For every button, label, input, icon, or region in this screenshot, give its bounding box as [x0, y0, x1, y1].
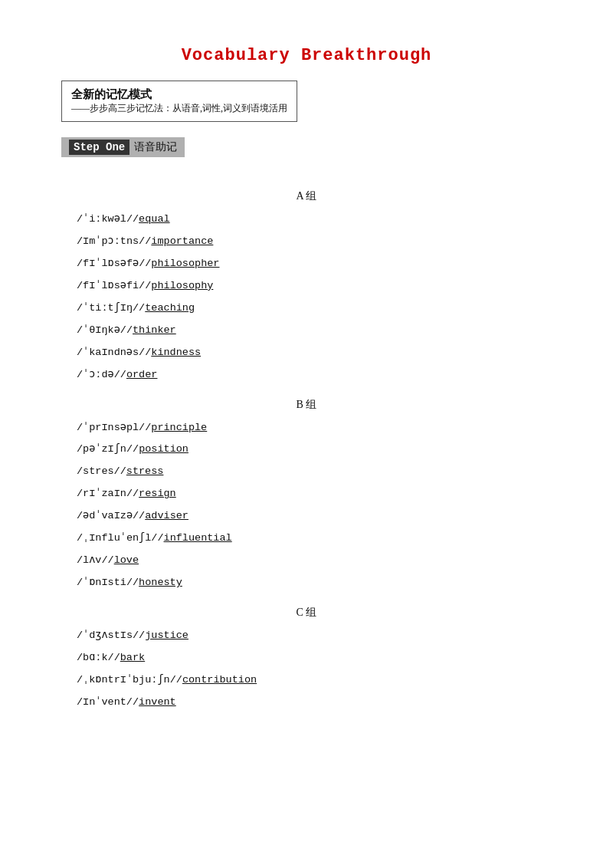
- phonetic: /ˈɒnɪsti//: [77, 577, 139, 588]
- word-entry: /pəˈzɪʃn//position: [77, 441, 552, 459]
- phonetic: /ˈɔːdə//: [77, 369, 126, 380]
- memory-box-title: 全新的记忆模式: [71, 87, 287, 102]
- word-entry: /ˈprɪnsəpl//principle: [77, 419, 552, 437]
- word: invent: [139, 696, 176, 708]
- phonetic: /ˈθɪŋkə//: [77, 324, 133, 336]
- phonetic: /ˈprɪnsəpl//: [77, 422, 151, 433]
- word: honesty: [139, 577, 182, 588]
- word: justice: [145, 630, 188, 641]
- phonetic: /ɪmˈpɔːtns//: [77, 235, 151, 247]
- word: resign: [139, 488, 176, 499]
- word: thinker: [133, 324, 176, 336]
- page-title: Vocabulary Breakthrough: [61, 46, 552, 65]
- word: love: [114, 554, 139, 566]
- word-entry: /rɪˈzaɪn//resign: [77, 485, 552, 503]
- word-entry: /ˈɔːdə//order: [77, 367, 552, 384]
- phonetic: /pəˈzɪʃn//: [77, 443, 139, 455]
- word-entry: /ˈɒnɪsti//honesty: [77, 574, 552, 592]
- word-entry: /ˈθɪŋkə//thinker: [77, 322, 552, 340]
- phonetic: /stres//: [77, 465, 126, 477]
- word-entry: /ˈiːkwəl//equal: [77, 211, 552, 229]
- phonetic: /ˈtiːtʃɪŋ//: [77, 302, 145, 314]
- word-entry: /ˈdʒʌstɪs//justice: [77, 627, 552, 645]
- word: equal: [139, 213, 170, 225]
- word-entry: /ədˈvaɪzə//adviser: [77, 508, 552, 525]
- word-entry: /ˈtiːtʃɪŋ//teaching: [77, 300, 552, 317]
- word: importance: [151, 235, 213, 247]
- word: bark: [120, 652, 145, 663]
- group-name-label: B 组: [297, 399, 317, 410]
- word-entry: /fɪˈlɒsəfə//philosopher: [77, 255, 552, 273]
- group-title: B 组: [61, 398, 552, 412]
- group-title: A 组: [61, 189, 552, 203]
- memory-box: 全新的记忆模式 ——步步高三步记忆法：从语音,词性,词义到语境活用: [61, 81, 297, 122]
- step-text: 语音助记: [134, 141, 177, 153]
- word-entry: /bɑːk//bark: [77, 649, 552, 667]
- word-entry: /ˌkɒntrɪˈbjuːʃn//contribution: [77, 672, 552, 689]
- word: philosopher: [151, 258, 219, 269]
- word-entry: /ɪnˈvent//invent: [77, 694, 552, 712]
- phonetic: /ədˈvaɪzə//: [77, 510, 145, 521]
- memory-box-subtitle: ——步步高三步记忆法：从语音,词性,词义到语境活用: [71, 102, 287, 115]
- phonetic: /fɪˈlɒsəfə//: [77, 258, 151, 269]
- word: teaching: [145, 302, 195, 314]
- word: kindness: [151, 347, 201, 358]
- word-entry: /ˌɪnfluˈenʃl//influential: [77, 530, 552, 547]
- word: philosophy: [151, 280, 213, 291]
- group-name-label: C 组: [297, 607, 317, 618]
- word-entry: /ˈkaɪndnəs//kindness: [77, 344, 552, 362]
- word: contribution: [182, 674, 257, 686]
- word-entry: /lʌv//love: [77, 552, 552, 570]
- phonetic: /fɪˈlɒsəfi//: [77, 280, 151, 291]
- step-banner: Step One语音助记: [61, 137, 185, 157]
- phonetic: /ˈdʒʌstɪs//: [77, 630, 145, 641]
- phonetic: /ˌɪnfluˈenʃl//: [77, 532, 164, 544]
- word: influential: [164, 532, 232, 544]
- phonetic: /ˈiːkwəl//: [77, 213, 139, 225]
- phonetic: /lʌv//: [77, 554, 114, 566]
- word: adviser: [145, 510, 188, 521]
- word: position: [139, 443, 188, 455]
- word-entry: /ɪmˈpɔːtns//importance: [77, 233, 552, 251]
- group-name-label: A 组: [297, 190, 317, 202]
- phonetic: /ˈkaɪndnəs//: [77, 347, 151, 358]
- step-label: Step One: [69, 140, 129, 155]
- group-title: C 组: [61, 606, 552, 620]
- word: order: [126, 369, 158, 380]
- phonetic: /ɪnˈvent//: [77, 696, 139, 708]
- phonetic: /ˌkɒntrɪˈbjuːʃn//: [77, 674, 182, 686]
- word: stress: [126, 465, 164, 477]
- phonetic: /rɪˈzaɪn//: [77, 488, 139, 499]
- word-entry: /stres//stress: [77, 463, 552, 481]
- word: principle: [151, 422, 207, 433]
- word-entry: /fɪˈlɒsəfi//philosophy: [77, 278, 552, 295]
- phonetic: /bɑːk//: [77, 652, 120, 663]
